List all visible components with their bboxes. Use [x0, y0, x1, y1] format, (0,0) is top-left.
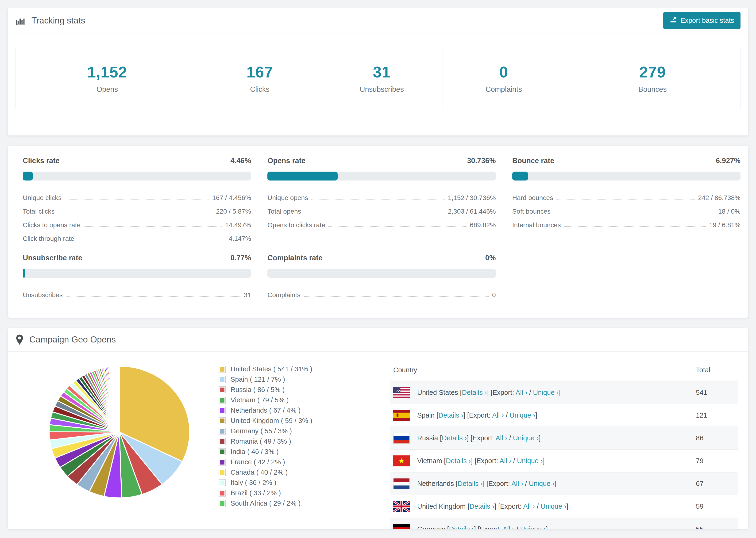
legend-label: Romania ( 49 / 3% ) [231, 438, 291, 445]
export-unique-link-germany[interactable]: Unique › [520, 525, 546, 529]
rate-title: Bounce rate [512, 157, 554, 165]
bar-chart-icon [16, 16, 26, 26]
link-separator: ] [Export: [474, 525, 503, 529]
country-cell: Vietnam [Details ›] [Export: All › / Uni… [417, 457, 545, 465]
link-separator: / [527, 389, 533, 396]
table-row-russia: Russia [Details ›] [Export: All › / Uniq… [390, 427, 738, 450]
total-value: 59 [696, 495, 738, 518]
export-all-link-vietnam[interactable]: All › [500, 457, 512, 464]
country-cell: United States [Details ›] [Export: All ›… [417, 389, 561, 397]
stat-label: Clicks [250, 85, 270, 94]
export-unique-link-vietnam[interactable]: Unique › [517, 457, 543, 464]
link-separator: ] [Export: [483, 480, 512, 487]
table-row-united-states: United States [Details ›] [Export: All ›… [390, 381, 738, 404]
total-value: 67 [696, 472, 738, 495]
legend-swatch [219, 366, 226, 373]
link-separator: / [507, 434, 513, 442]
link-separator: ] [Export: [487, 389, 516, 396]
details-link-spain[interactable]: Details › [438, 411, 463, 419]
legend-item-italy: Italy ( 36 / 2% ) [219, 479, 353, 487]
table-row-germany: Germany [Details ›] [Export: All › / Uni… [390, 518, 738, 529]
link-separator: [ [435, 411, 438, 419]
detail-label: Complaints [267, 291, 300, 299]
stat-label: Unsubscribes [360, 85, 404, 94]
link-separator: / [512, 457, 517, 464]
link-separator: [ [465, 503, 469, 510]
rate-section-clicks-rate: Clicks rate4.46%Unique clicks167 / 4.456… [23, 157, 251, 243]
legend-swatch [219, 376, 226, 383]
detail-label: Hard bounces [512, 194, 553, 202]
link-separator: ] [555, 480, 557, 487]
tracking-stats-card: Tracking stats Export basic stats 1,152O… [8, 7, 748, 136]
legend-item-brazil: Brazil ( 33 / 2% ) [219, 489, 353, 497]
detail-label: Soft bounces [512, 208, 551, 215]
total-value: 86 [696, 427, 738, 450]
details-link-united-kingdom[interactable]: Details › [469, 503, 494, 510]
rate-section-complaints-rate: Complaints rate0%Complaints0 [267, 254, 496, 299]
export-all-link-germany[interactable]: All › [503, 525, 514, 529]
detail-value: 689.82% [470, 221, 496, 229]
export-unique-link-united-states[interactable]: Unique › [533, 389, 559, 396]
export-unique-link-united-kingdom[interactable]: Unique › [540, 503, 566, 510]
link-separator: [ [458, 389, 462, 396]
table-row-netherlands: Netherlands [Details ›] [Export: All › /… [390, 472, 738, 495]
export-all-link-spain[interactable]: All › [492, 411, 504, 419]
column-header-total: Total [696, 360, 738, 381]
geo-opens-pie-chart [48, 365, 191, 499]
country-name: Netherlands [417, 480, 454, 487]
legend-item-russia: Russia ( 86 / 5% ) [219, 386, 353, 394]
dotted-leader [554, 213, 715, 213]
details-link-vietnam[interactable]: Details › [446, 457, 471, 464]
rate-value: 4.46% [230, 157, 251, 165]
rate-value: 0% [485, 254, 496, 262]
link-separator: ] [Export: [495, 503, 523, 510]
dotted-leader [58, 213, 213, 213]
export-unique-link-spain[interactable]: Unique › [510, 411, 535, 419]
legend-label: Italy ( 36 / 2% ) [231, 479, 276, 487]
legend-swatch [219, 469, 226, 476]
rate-title: Unsubscribe rate [23, 254, 82, 262]
total-value: 121 [696, 404, 738, 427]
detail-label: Click through rate [23, 235, 74, 242]
export-all-link-netherlands[interactable]: All › [512, 480, 523, 487]
legend-swatch [219, 500, 226, 507]
map-pin-icon [16, 334, 24, 345]
rate-progress-fill [512, 172, 528, 181]
export-unique-link-netherlands[interactable]: Unique › [529, 480, 555, 487]
dotted-leader [65, 199, 209, 199]
stat-box-opens: 1,152Opens [16, 47, 199, 110]
export-all-link-united-kingdom[interactable]: All › [523, 503, 535, 510]
stat-box-unsubscribes: 31Unsubscribes [321, 47, 443, 110]
rate-section-bounce-rate: Bounce rate6.927%Hard bounces242 / 86.73… [512, 157, 740, 243]
link-separator: ] [Export: [471, 457, 500, 464]
rate-progress-track [512, 172, 740, 181]
legend-swatch [219, 417, 226, 424]
details-link-germany[interactable]: Details › [449, 525, 474, 529]
legend-label: Netherlands ( 67 / 4% ) [231, 406, 300, 414]
stat-value: 279 [639, 63, 666, 81]
detail-label: Unique opens [267, 194, 308, 202]
rate-section-opens-rate: Opens rate30.736%Unique opens1,152 / 30.… [267, 157, 496, 243]
details-link-russia[interactable]: Details › [442, 434, 467, 442]
table-row-spain: Spain [Details ›] [Export: All › / Uniqu… [390, 404, 738, 427]
legend-label: Brazil ( 33 / 2% ) [231, 489, 281, 497]
stat-value: 167 [246, 63, 273, 81]
rate-progress-track [23, 172, 251, 181]
link-separator: ] [539, 434, 540, 442]
details-link-netherlands[interactable]: Details › [458, 480, 483, 487]
country-name: United States [417, 389, 458, 396]
export-all-link-russia[interactable]: All › [496, 434, 507, 442]
link-separator: [ [442, 457, 446, 464]
rate-value: 6.927% [716, 157, 740, 165]
export-all-link-united-states[interactable]: All › [515, 389, 527, 396]
export-basic-stats-button[interactable]: Export basic stats [663, 12, 740, 29]
details-link-united-states[interactable]: Details › [462, 389, 487, 396]
legend-item-romania: Romania ( 49 / 3% ) [219, 438, 353, 445]
link-separator: / [514, 525, 520, 529]
legend-item-france: France ( 42 / 2% ) [219, 458, 353, 466]
dotted-leader [304, 213, 445, 213]
legend-label: Russia ( 86 / 5% ) [231, 386, 285, 394]
legend-swatch [219, 386, 226, 394]
stat-box-clicks: 167Clicks [199, 47, 321, 110]
export-unique-link-russia[interactable]: Unique › [513, 434, 539, 442]
